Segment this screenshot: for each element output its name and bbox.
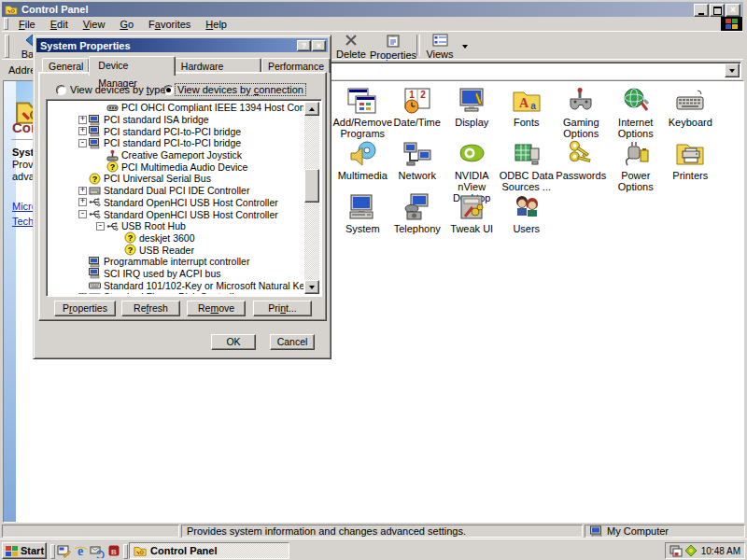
device-icon: ? (106, 161, 119, 173)
print-button[interactable]: Print... (253, 301, 312, 316)
device-tree-item[interactable]: Creative Gameport Joystick (49, 149, 303, 161)
start-button[interactable]: Start (2, 542, 47, 559)
device-tree-item[interactable]: ? USB Reader (49, 244, 303, 256)
cancel-button[interactable]: Cancel (270, 334, 315, 350)
control-panel-item[interactable]: Tweak UI (444, 190, 500, 244)
device-tree-item[interactable]: - USB Root Hub (49, 220, 303, 232)
scroll-up-icon[interactable] (304, 102, 319, 116)
properties-button[interactable]: Properties (372, 33, 415, 60)
dialog-help-button[interactable]: ? (297, 40, 311, 51)
control-panel-item[interactable]: Display (444, 84, 500, 137)
address-dropdown-icon[interactable] (725, 63, 740, 77)
views-dropdown-icon[interactable] (462, 45, 468, 49)
tab[interactable]: Device Manager (89, 56, 175, 76)
device-icon (89, 114, 101, 126)
dialog-titlebar[interactable]: System Properties ? × (36, 38, 328, 52)
control-panel-item[interactable]: Gaming Options (554, 84, 609, 137)
item-icon (621, 139, 651, 169)
device-tree-item[interactable]: Standard 101/102-Key or Microsoft Natura… (49, 279, 303, 291)
device-tree-item[interactable]: Programmable interrupt controller (49, 256, 303, 268)
item-icon (457, 139, 486, 169)
delete-button[interactable]: Delete (331, 33, 371, 60)
refresh-button[interactable]: Refresh (121, 301, 180, 316)
device-tree-item[interactable]: + PCI standard PCI-to-PCI bridge (49, 125, 303, 137)
quick-launch-icon[interactable]: e (73, 543, 88, 558)
control-panel-item[interactable]: Power Options (609, 137, 664, 190)
scrollbar-thumb[interactable] (304, 169, 319, 203)
properties-device-button[interactable]: Properties (54, 301, 116, 316)
control-panel-item[interactable]: 12 Date/Time (390, 84, 445, 137)
control-panel-item[interactable]: Telephony (390, 190, 445, 244)
device-icon (89, 196, 101, 208)
icon-grid: Add/Remove Programs 12 Date/Time Display… (335, 84, 718, 244)
expand-toggle-icon[interactable]: - (78, 210, 87, 218)
control-panel-item[interactable]: NVIDIA nView Desktop M... (444, 137, 500, 190)
taskbar-task-control-panel[interactable]: Control Panel (129, 542, 289, 559)
control-panel-item[interactable]: Internet Options (609, 84, 664, 137)
device-tree-item[interactable]: SCI IRQ used by ACPI bus (49, 268, 303, 280)
toolbar-grip[interactable] (4, 18, 8, 30)
device-tree-item[interactable]: ? PCI Multimedia Audio Device (49, 161, 303, 173)
tray-icon[interactable] (669, 544, 683, 557)
expand-toggle-icon[interactable]: + (78, 293, 87, 294)
device-tree-item[interactable]: + Standard Floppy Disk Controller (49, 291, 303, 294)
expand-toggle-icon[interactable]: + (78, 127, 87, 135)
menu-item[interactable]: Edit (43, 18, 76, 31)
ok-button[interactable]: OK (211, 334, 256, 350)
menu-item[interactable]: Go (112, 18, 141, 31)
quick-launch-icon[interactable] (90, 543, 105, 558)
window-titlebar[interactable]: Control Panel × (2, 2, 743, 17)
taskbar-grip[interactable] (123, 544, 128, 559)
device-tree-item[interactable]: PCI OHCI Compliant IEEE 1394 Host Contro… (49, 102, 303, 114)
control-panel-item[interactable]: System (335, 190, 390, 244)
taskbar-grip[interactable] (50, 544, 55, 559)
control-panel-item[interactable]: Printers (663, 137, 718, 190)
tray-icon[interactable] (684, 544, 698, 557)
device-icon (106, 102, 119, 114)
control-panel-item[interactable]: ODBC Data Sources ... (500, 137, 555, 190)
item-icon (347, 139, 377, 169)
minimize-button[interactable] (694, 4, 709, 17)
menu-item[interactable]: Favorites (141, 18, 198, 31)
radio-view-by-connection-label[interactable]: View devices by connection (176, 84, 305, 95)
expand-toggle-icon[interactable]: - (96, 222, 105, 231)
scroll-down-icon[interactable] (304, 280, 319, 294)
tree-scrollbar[interactable] (304, 102, 319, 294)
control-panel-item[interactable]: Users (500, 190, 555, 244)
control-panel-item[interactable]: Multimedia (335, 137, 390, 190)
control-panel-item[interactable]: Passwords (554, 137, 609, 190)
quick-launch-icon[interactable] (56, 543, 71, 558)
svg-text:a: a (530, 101, 536, 111)
device-label: SCI IRQ used by ACPI bus (104, 268, 220, 279)
menu-item[interactable]: View (76, 18, 113, 31)
device-tree-item[interactable]: ? PCI Universal Serial Bus (49, 173, 303, 185)
control-panel-item[interactable]: Add/Remove Programs (335, 84, 390, 137)
dialog-close-button[interactable]: × (312, 40, 326, 51)
control-panel-item[interactable]: Keyboard (663, 84, 718, 137)
device-tree-item[interactable]: + Standard Dual PCI IDE Controller (49, 185, 303, 197)
menu-item[interactable]: Help (198, 18, 234, 31)
restore-button[interactable] (710, 4, 725, 17)
device-tree-item[interactable]: + Standard OpenHCI USB Host Controller (49, 197, 303, 209)
device-tree-item[interactable]: + PCI standard ISA bridge (49, 114, 303, 126)
control-panel-item[interactable]: Network (390, 137, 445, 190)
item-icon (457, 192, 486, 222)
expand-toggle-icon[interactable]: + (78, 187, 87, 195)
expand-toggle-icon[interactable]: + (78, 198, 87, 206)
control-panel-item[interactable]: Aa Fonts (500, 84, 555, 137)
expand-toggle-icon[interactable]: - (78, 139, 87, 147)
quick-launch-icon[interactable]: B (106, 543, 121, 558)
radio-view-by-connection[interactable] (163, 85, 174, 95)
radio-view-by-type[interactable] (56, 85, 66, 95)
close-button[interactable]: × (726, 4, 740, 17)
remove-button[interactable]: Remove (187, 301, 246, 316)
expand-toggle-icon[interactable]: + (78, 116, 87, 124)
device-tree-item[interactable]: - PCI standard PCI-to-PCI bridge (49, 137, 303, 149)
menu-item[interactable]: File (11, 18, 43, 31)
svg-text:?: ? (128, 245, 134, 255)
device-tree-item[interactable]: ? deskjet 3600 (49, 232, 303, 245)
status-zone: My Computer (585, 525, 745, 538)
device-tree-item[interactable]: - Standard OpenHCI USB Host Controller (49, 208, 303, 220)
views-button[interactable]: Views (421, 33, 458, 60)
item-label: Printers (672, 170, 708, 181)
